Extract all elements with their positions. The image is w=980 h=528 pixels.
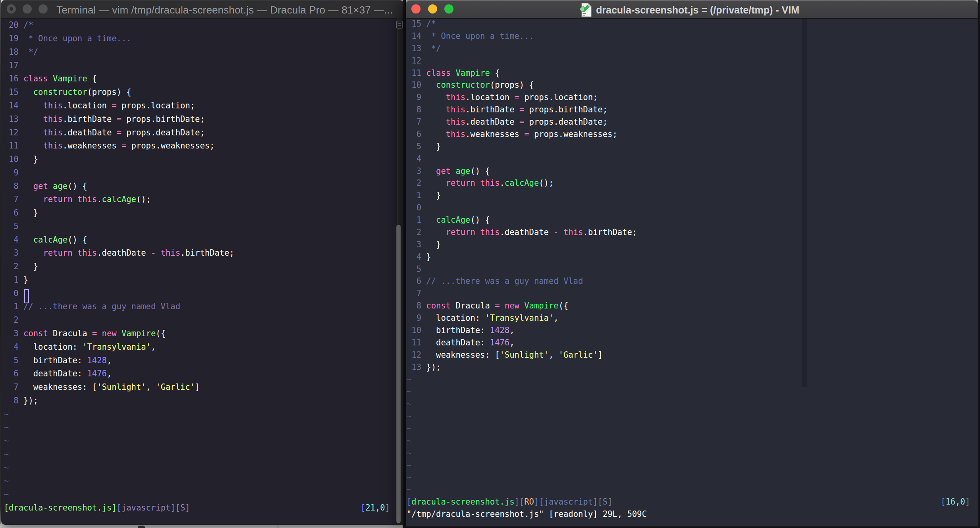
empty-buffer-line: ~ — [406, 373, 978, 385]
line-number: 7 — [407, 116, 426, 128]
code-line: 12 — [406, 55, 978, 67]
code-line: 18 */ — [1, 46, 398, 59]
code-token: ~ — [407, 424, 411, 433]
code-token: this — [161, 248, 180, 258]
terminal-window: Terminal — vim /tmp/dracula-screenshot.j… — [1, 0, 403, 525]
code-token: 1428 — [87, 356, 107, 365]
code-line: 7 return this.calcAge(); — [1, 193, 398, 206]
code-token: 1476 — [87, 369, 107, 378]
code-token: props.birthDate; — [122, 114, 205, 124]
code-token: .weaknesses — [465, 129, 524, 139]
scrollbar-thumb[interactable] — [396, 225, 401, 523]
code-token: this — [563, 227, 583, 237]
code-token: new — [505, 301, 519, 310]
code-token — [23, 114, 43, 124]
code-line: 5 — [406, 263, 978, 276]
code-token: // ...there was a guy named Vlad — [426, 276, 583, 286]
line-number: 11 — [407, 67, 426, 79]
code-token: location: — [23, 342, 82, 352]
code-line: 6 // ...there was a guy named Vlad — [406, 275, 978, 287]
code-token: { — [87, 74, 97, 83]
empty-buffer-line: ~ — [406, 459, 978, 472]
line-number: 8 — [407, 104, 426, 116]
code-token: ~ — [407, 472, 411, 482]
line-number: 5 — [407, 141, 426, 153]
code-token: Vampire — [122, 329, 156, 338]
code-token: , — [107, 356, 112, 365]
line-number: 2 — [407, 177, 426, 189]
code-token: , — [554, 313, 558, 323]
code-line: 8 }); — [1, 394, 398, 408]
code-token: . — [500, 178, 505, 188]
line-number: 3 — [407, 165, 426, 177]
empty-buffer-line: ~ — [1, 434, 398, 448]
line-number: 2 — [4, 314, 23, 327]
window-title: Terminal — vim /tmp/dracula-screenshot.j… — [56, 0, 393, 20]
code-token: this — [43, 128, 62, 137]
code-token: this — [43, 141, 62, 150]
zoom-button[interactable] — [39, 4, 48, 13]
code-token: .birthDate — [63, 114, 117, 124]
line-number: 5 — [4, 220, 23, 233]
code-token: props.location; — [117, 101, 195, 110]
code-token: props.birthDate; — [524, 105, 608, 114]
code-token: Dracula — [48, 329, 92, 338]
code-token — [23, 181, 33, 191]
ruler-segment: [ — [941, 497, 945, 507]
line-number: 20 — [4, 19, 23, 32]
line-number: 10 — [407, 324, 426, 337]
status-segment: [javascript][S] — [117, 503, 190, 513]
terminal-text-area[interactable]: 20 /* 19 * Once upon a time... 18 */ 17 … — [1, 19, 398, 525]
code-token — [519, 301, 524, 310]
code-line: 1 calcAge() { — [406, 214, 978, 226]
line-number: 7 — [4, 381, 23, 394]
line-number: 5 — [407, 263, 426, 276]
code-token: age — [53, 181, 68, 191]
empty-buffer-line: ~ — [406, 471, 978, 484]
code-token: .weaknesses — [63, 141, 122, 150]
code-token: class — [426, 68, 451, 78]
terminal-titlebar[interactable]: Terminal — vim /tmp/dracula-screenshot.j… — [1, 0, 403, 19]
line-number: 16 — [4, 72, 23, 86]
minimize-button[interactable] — [23, 4, 32, 13]
macvim-window: dracula-screenshot.js = (/private/tmp) -… — [406, 0, 978, 528]
macvim-titlebar[interactable]: dracula-screenshot.js = (/private/tmp) -… — [406, 0, 978, 19]
code-token — [72, 248, 77, 258]
code-token: ~ — [407, 387, 411, 396]
empty-buffer-line: ~ — [406, 398, 978, 410]
code-token: Dracula — [451, 301, 495, 310]
terminal-pane-icon[interactable] — [396, 20, 403, 29]
line-number: 18 — [4, 46, 23, 59]
code-token — [72, 195, 77, 204]
code-token: /* — [426, 19, 436, 29]
code-token: ~ — [407, 448, 411, 458]
code-token: } — [23, 208, 38, 218]
line-number: 4 — [4, 341, 23, 354]
code-token: , — [146, 382, 156, 392]
desktop-edge-right — [978, 0, 980, 528]
code-line: 11 this.weaknesses = props.weaknesses; — [1, 139, 398, 153]
code-line: 2 return this.calcAge(); — [406, 177, 978, 189]
code-token: } — [23, 262, 38, 271]
line-number: 15 — [407, 18, 426, 30]
line-number: 2 — [4, 260, 23, 274]
code-token: constructor — [33, 87, 87, 97]
code-token: this — [446, 129, 465, 139]
status-segment: dracula-screenshot.js — [411, 497, 514, 507]
line-number: 6 — [4, 206, 23, 220]
line-number: 0 — [4, 287, 23, 301]
code-line: 1 // ...there was a guy named Vlad — [1, 300, 398, 314]
vim-cursor — [24, 289, 29, 303]
status-segment: [ — [407, 497, 411, 507]
ruler-segment: ] — [385, 503, 390, 513]
macvim-text-area[interactable]: 15 /* 14 * Once upon a time... 13 */ 12 … — [406, 18, 978, 528]
code-line: 5 } — [406, 141, 978, 153]
code-token: return — [446, 227, 475, 237]
code-token: } — [426, 240, 441, 249]
code-token: 'Sunlight' — [500, 350, 549, 360]
line-number: 6 — [407, 275, 426, 287]
line-number: 8 — [4, 180, 23, 193]
background-window-edge — [278, 525, 278, 528]
close-button[interactable] — [7, 4, 16, 13]
code-token — [117, 329, 122, 338]
